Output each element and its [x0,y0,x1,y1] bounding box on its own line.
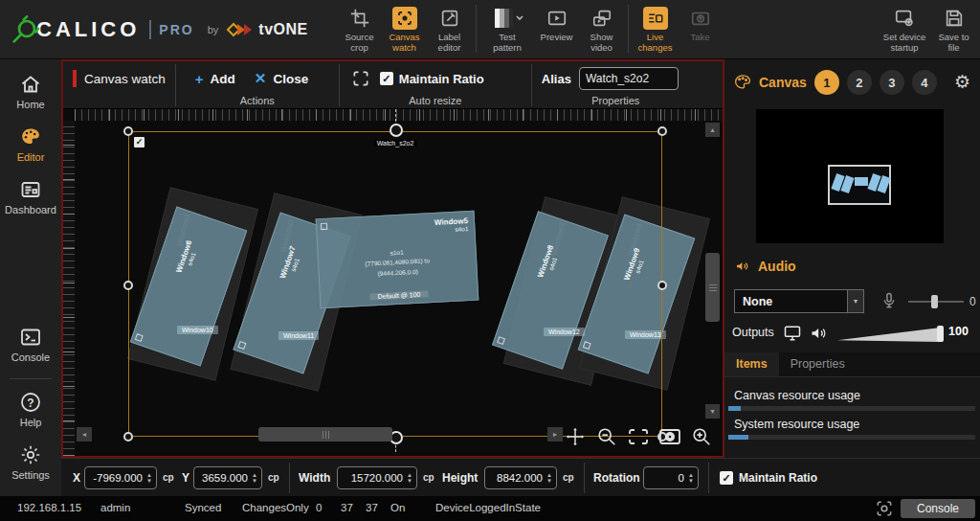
canvas-watch-button[interactable]: Canvas watch [382,0,427,57]
label-editor-button[interactable]: Label editor [427,0,472,57]
console-button[interactable]: Console [901,499,975,518]
resize-handle-sw[interactable] [123,432,133,442]
height-input[interactable] [485,472,545,484]
x-input[interactable] [85,472,145,484]
canvas-preview-thumbnail[interactable] [756,109,944,243]
set-device-startup-button[interactable]: Set device startup [878,0,931,57]
window-label-badge: Window10 [177,326,218,334]
auto-resize-caption: Auto resize [340,95,531,106]
live-changes-button[interactable]: Live changes [633,0,678,57]
logged-in-user: admin [100,502,130,513]
brand-vendor: tvONE [258,21,307,38]
show-video-button[interactable]: Show video [579,0,624,57]
fit-to-screen-icon[interactable] [627,425,650,448]
height-spinbox[interactable]: ▲▼ [484,466,557,489]
monitor-icon[interactable] [782,324,803,343]
sidebar-item-settings[interactable]: Settings [11,443,50,481]
toolbar-divider [476,5,477,53]
window-info-text: s1o1 (7790.081,4080.081) to (9444.206,0.… [318,244,476,283]
show-video-icon [591,7,612,30]
spinner-arrows-icon[interactable]: ▲▼ [686,472,698,484]
scroll-left-button[interactable]: ◂ [77,427,92,442]
rotation-spinbox[interactable]: ▲▼ [643,466,699,489]
spinner-arrows-icon[interactable]: ▲▼ [250,472,261,484]
scroll-down-button[interactable]: ▾ [705,404,720,419]
window-label-badge: Window12 [544,328,585,336]
preview-icon [546,7,568,30]
preview-mini-canvas [828,165,891,205]
volume-slider-thumb[interactable] [937,326,944,342]
watch-title-group: Canvas watch [63,61,175,109]
fill-canvas-icon[interactable] [658,425,681,448]
actions-caption: Actions [176,95,339,106]
device-ip: 192.168.1.15 [17,502,81,513]
canvas-tab-3[interactable]: 3 [880,70,904,95]
vertical-scrollbar-thumb[interactable] [705,253,720,322]
height-label: Height [442,471,478,485]
sidebar-item-help[interactable]: ? Help [19,391,42,428]
tab-items[interactable]: Items [724,352,779,376]
posbar-maintain-ratio-label: Maintain Ratio [739,471,817,485]
toolbar-right-group: Set device startup Save to file [878,0,976,57]
canvas-viewport[interactable]: Window1 Window2 Window3 Window4 Window6 … [63,109,723,456]
sidebar-item-editor[interactable]: Editor [17,125,45,163]
maintain-ratio-checkbox[interactable]: ✓ [380,72,393,85]
selection-checkbox[interactable]: ✓ [134,137,145,147]
test-pattern-button[interactable]: Test pattern [480,0,534,57]
spinner-arrows-icon[interactable]: ▲▼ [545,472,556,484]
canvas-zoom-controls [564,425,713,448]
x-spinbox[interactable]: ▲▼ [84,466,157,489]
canvas-tab-1[interactable]: 1 [814,70,839,95]
posbar-maintain-ratio-checkbox[interactable]: ✓ [720,471,733,485]
right-panel: Canvas 1 2 3 4 ⚙ Audio None ▾ [724,59,980,458]
audio-source-dropdown[interactable]: None ▾ [734,289,864,313]
output-speaker-icon[interactable] [809,324,830,343]
source-crop-button[interactable]: Source crop [337,0,382,57]
save-to-file-button[interactable]: Save to file [931,0,976,57]
label-editor-icon [439,7,460,30]
canvas-resource-usage-bar [728,406,975,411]
canvas-palette-icon [732,73,753,92]
close-button[interactable]: ✕ Close [255,70,308,87]
add-button[interactable]: + Add [195,71,235,87]
audio-title: Audio [758,259,796,274]
sidebar-item-home[interactable]: Home [16,73,44,110]
y-label: Y [182,471,189,485]
x-label: X [73,471,80,485]
volume-slider-track[interactable] [837,328,941,342]
canvas-window-center[interactable]: Window5 s4o1 s1o1 (7790.081,4080.081) to… [316,211,479,309]
zoom-in-icon[interactable] [690,425,713,448]
width-label: Width [299,471,330,485]
canvas-tab-2[interactable]: 2 [847,70,872,95]
canvas-settings-gear-icon[interactable]: ⚙ [954,71,970,93]
resize-handle-ne[interactable] [657,126,667,136]
take-button[interactable]: Take [678,0,723,57]
pan-tool-icon[interactable] [564,425,587,448]
scroll-up-button[interactable]: ▴ [705,123,720,137]
ruler-vertical [63,121,75,456]
tab-properties[interactable]: Properties [779,352,857,376]
mic-slider-thumb[interactable] [931,295,938,308]
y-input[interactable] [194,472,250,484]
sidebar-item-console[interactable]: Console [11,326,50,363]
scroll-right-button[interactable]: ▸ [547,427,563,442]
screenshot-camera-icon[interactable] [875,499,894,518]
spinner-arrows-icon[interactable]: ▲▼ [405,472,416,484]
width-spinbox[interactable]: ▲▼ [337,466,417,489]
resize-handle-nw[interactable] [123,126,133,136]
resize-handle-w[interactable] [123,281,133,290]
resize-handle-e[interactable] [657,281,667,290]
canvas-tab-4[interactable]: 4 [912,70,937,95]
zoom-out-icon[interactable] [595,425,618,448]
top-toolbar: CALICO PRO by tvONE Source crop [0,0,980,59]
rotation-input[interactable] [644,472,686,484]
ruler-horizontal [75,109,723,121]
y-spinbox[interactable]: ▲▼ [193,466,262,489]
sidebar-item-dashboard[interactable]: Dashboard [5,178,56,215]
preview-button[interactable]: Preview [534,0,579,57]
width-input[interactable] [338,472,405,484]
spinner-arrows-icon[interactable]: ▲▼ [145,472,156,484]
horizontal-scrollbar-thumb[interactable] [258,427,392,442]
alias-input[interactable] [579,67,679,90]
rotation-handle-top[interactable] [390,124,403,137]
